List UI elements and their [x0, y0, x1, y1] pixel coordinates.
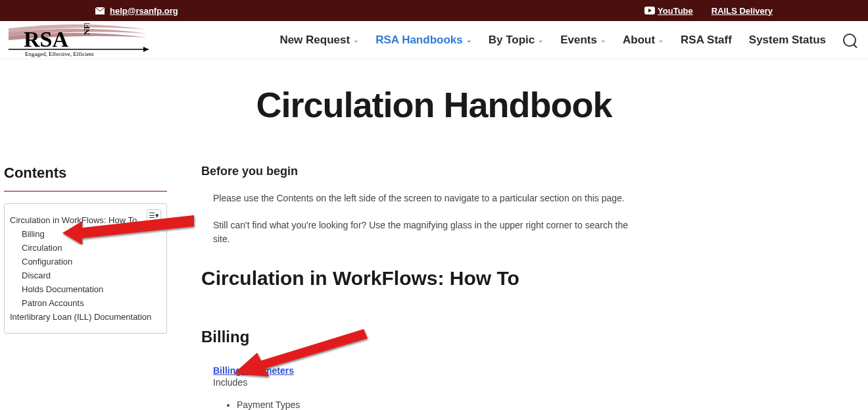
top-bar: help@rsanfp.org YouTube RAILS Delivery — [0, 0, 868, 21]
youtube-link[interactable]: YouTube — [658, 6, 693, 16]
billing-parameters-link[interactable]: Billing Parameters — [213, 365, 294, 376]
toc-item[interactable]: Interlibrary Loan (ILL) Documentation — [10, 310, 160, 324]
chevron-down-icon: ⌄ — [600, 36, 606, 43]
intro-paragraph-1: Please use the Contents on the left side… — [213, 192, 644, 205]
nav-links: New Request⌄ RSA Handbooks⌄ By Topic⌄ Ev… — [279, 34, 856, 47]
chevron-down-icon: ⌄ — [466, 36, 471, 43]
svg-text:RSA: RSA — [24, 27, 68, 51]
toc-toggle-icon[interactable]: ☰▾ — [147, 209, 161, 221]
toc-item[interactable]: Discard — [10, 269, 160, 282]
toc-item[interactable]: Circulation — [10, 241, 160, 255]
sidebar-title: Contents — [4, 165, 167, 182]
envelope-icon — [95, 7, 105, 14]
toc-item[interactable]: Circulation in WorkFlows: How To — [10, 213, 160, 227]
sidebar: Contents ☰▾ Circulation in WorkFlows: Ho… — [0, 165, 172, 347]
chevron-down-icon: ⌄ — [353, 36, 358, 43]
svg-text:Engaged, Effective, Efficient: Engaged, Effective, Efficient — [25, 51, 94, 57]
nav-about[interactable]: About⌄ — [623, 34, 663, 47]
toc-item[interactable]: Configuration — [10, 255, 160, 269]
page-title: Circulation Handbook — [0, 84, 868, 125]
subsection-heading: Billing — [201, 328, 644, 346]
chevron-down-icon: ⌄ — [658, 36, 663, 43]
nav-new-request[interactable]: New Request⌄ — [279, 34, 358, 47]
toc-item[interactable]: Holds Documentation — [10, 282, 160, 296]
nav-events[interactable]: Events⌄ — [560, 34, 606, 47]
svg-text:NFP: NFP — [82, 23, 91, 35]
article: Before you begin Please use the Contents… — [172, 165, 868, 410]
help-email-link[interactable]: help@rsanfp.org — [110, 6, 178, 16]
nav-rsa-staff[interactable]: RSA Staff — [681, 34, 732, 47]
search-icon[interactable] — [843, 34, 856, 47]
topbar-left: help@rsanfp.org — [95, 6, 178, 16]
toc-box: ☰▾ Circulation in WorkFlows: How To Bill… — [4, 203, 167, 334]
nav-by-topic[interactable]: By Topic⌄ — [489, 34, 544, 47]
sidebar-divider — [4, 191, 167, 192]
intro-paragraph-2: Still can't find what you're looking for… — [213, 218, 644, 246]
nav-system-status[interactable]: System Status — [749, 34, 826, 47]
svg-marker-4 — [143, 47, 149, 52]
bullet-list: Payment Types Bill Reasons — [237, 397, 644, 410]
topbar-right: YouTube RAILS Delivery — [644, 6, 773, 16]
logo[interactable]: RSA NFP Engaged, Effective, Efficient — [5, 23, 153, 57]
toc-item[interactable]: Patron Accounts — [10, 296, 160, 310]
rails-delivery-link[interactable]: RAILS Delivery — [711, 6, 773, 16]
nav-rsa-handbooks[interactable]: RSA Handbooks⌄ — [375, 34, 471, 47]
section-heading: Circulation in WorkFlows: How To — [201, 267, 644, 290]
toc-item[interactable]: Billing — [10, 227, 160, 241]
main-nav: RSA NFP Engaged, Effective, Efficient Ne… — [0, 21, 868, 59]
chevron-down-icon: ⌄ — [538, 36, 543, 43]
youtube-icon — [644, 7, 655, 14]
list-item: Payment Types — [237, 397, 644, 410]
includes-label: Includes — [213, 377, 247, 388]
before-you-begin-heading: Before you begin — [201, 165, 644, 178]
